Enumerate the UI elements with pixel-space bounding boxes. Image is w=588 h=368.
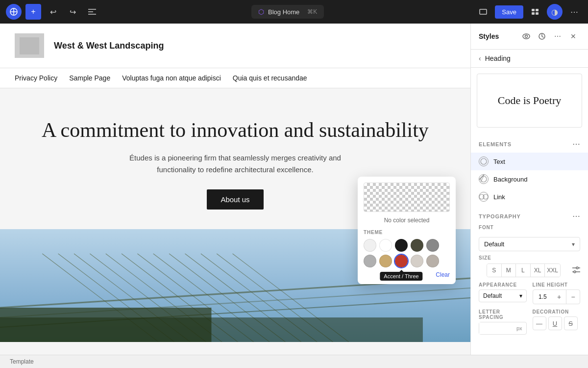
strikethrough-button[interactable]: — — [533, 316, 546, 330]
link-element[interactable]: Link — [471, 188, 588, 206]
swatch-dark-olive[interactable] — [411, 239, 423, 252]
view-button[interactable] — [475, 4, 491, 20]
size-xxl[interactable]: XXL — [545, 264, 560, 277]
nav-quia[interactable]: Quia quis et recusandae — [233, 74, 307, 82]
svg-point-41 — [574, 271, 576, 273]
panel-header-icons: ⋯ ✕ — [519, 29, 580, 43]
no-color-label: No color selected — [364, 217, 450, 224]
letter-spacing-input-wrap: px — [479, 322, 527, 335]
nav-privacy[interactable]: Privacy Policy — [15, 74, 57, 82]
appearance-group: APPEARANCE Default ▾ — [479, 282, 527, 304]
site-logo — [15, 33, 44, 58]
top-bar: + ↩ ↪ ⬡ Blog Home ⌘K Save — [0, 0, 588, 24]
svg-rect-29 — [0, 317, 423, 342]
styles-button[interactable]: ◑ — [547, 4, 563, 20]
size-m[interactable]: M — [502, 264, 516, 277]
appearance-value: Default — [483, 292, 502, 299]
svg-rect-9 — [532, 12, 535, 15]
color-preview — [364, 183, 450, 212]
line-height-control: 1.5 + − — [533, 289, 581, 304]
swatch-white[interactable] — [379, 239, 392, 252]
code-preview: Code is Poetry — [477, 74, 582, 128]
underline-button[interactable]: U — [548, 316, 562, 330]
more-icon[interactable]: ⋯ — [551, 29, 564, 43]
back-button[interactable]: ‹ — [479, 54, 481, 62]
letter-spacing-label: LETTER SPACING — [479, 309, 527, 320]
site-name: West & West Landscaping — [54, 41, 164, 51]
save-button[interactable]: Save — [495, 5, 523, 19]
typography-section: FONT Default ▾ SIZE S M L XL XXL — [471, 225, 588, 341]
size-s[interactable]: S — [487, 264, 502, 277]
add-button[interactable]: + — [25, 4, 41, 20]
close-icon[interactable]: ✕ — [566, 29, 580, 43]
hero-title: A commitment to innovation and sustainab… — [15, 118, 456, 142]
swatch-black[interactable] — [395, 239, 408, 252]
swatch-white-light[interactable] — [364, 239, 376, 252]
wp-logo[interactable] — [6, 4, 22, 20]
background-element[interactable]: Background — [471, 170, 588, 188]
svg-rect-8 — [536, 9, 539, 11]
redo-button[interactable]: ↪ — [65, 4, 80, 20]
top-bar-left: + ↩ ↪ — [6, 4, 100, 20]
link-element-icon — [479, 192, 489, 202]
swatch-tooltip: Accent / Three — [380, 272, 422, 281]
elements-section-title: ELEMENTS — [479, 141, 512, 147]
blog-home-indicator[interactable]: ⬡ Blog Home ⌘K — [251, 5, 324, 19]
theme-label: THEME — [364, 230, 450, 235]
swatch-accent-five[interactable] — [426, 255, 439, 267]
site-header: West & West Landscaping — [0, 24, 470, 68]
appearance-select[interactable]: Default ▾ — [479, 289, 527, 302]
swatch-light-grey[interactable] — [364, 255, 376, 267]
svg-rect-10 — [536, 12, 539, 15]
elements-section-header: ELEMENTS ⋯ — [471, 133, 588, 153]
history-icon[interactable] — [535, 29, 549, 43]
font-label: FONT — [471, 225, 588, 233]
elements-more-button[interactable]: ⋯ — [572, 139, 580, 149]
about-us-button[interactable]: About us — [207, 189, 263, 210]
blog-icon: ⬡ — [258, 8, 264, 16]
svg-point-30 — [523, 34, 530, 39]
letter-spacing-input[interactable] — [479, 322, 516, 334]
typography-section-header: Typography ⋯ — [471, 206, 588, 225]
code-preview-text: Code is Poetry — [498, 94, 562, 107]
appearance-line-height-row: APPEARANCE Default ▾ LINE HEIGHT 1.5 + − — [471, 282, 588, 304]
menu-button[interactable] — [84, 4, 100, 20]
size-l[interactable]: L — [516, 264, 531, 277]
decoration-label: DECORATION — [533, 309, 581, 315]
eye-icon[interactable] — [519, 29, 533, 43]
adjust-size-button[interactable] — [572, 266, 580, 275]
swatch-accent-four[interactable] — [411, 255, 423, 267]
nav-sample[interactable]: Sample Page — [69, 74, 110, 82]
heading-nav-title: Heading — [485, 54, 511, 62]
swatch-accent-three[interactable]: Accent / Three — [395, 255, 408, 267]
letter-spacing-row: LETTER SPACING px DECORATION — U S — [471, 309, 588, 335]
swatch-accent-one[interactable] — [379, 255, 392, 267]
font-select-value: Default — [484, 240, 504, 248]
line-height-value: 1.5 — [533, 291, 553, 303]
decoration-buttons: — U S — [533, 316, 581, 330]
letter-spacing-unit: px — [516, 325, 526, 331]
undo-button[interactable]: ↩ — [45, 4, 61, 20]
color-picker-popup: No color selected THEME Accent / Three C… — [358, 177, 456, 284]
heading-nav: ‹ Heading — [471, 50, 588, 68]
text-element[interactable]: Text — [471, 153, 588, 170]
site-nav: Privacy Policy Sample Page Voluptas fuga… — [0, 68, 470, 88]
font-select[interactable]: Default ▾ — [479, 237, 580, 251]
hero-description: Études is a pioneering firm that seamles… — [118, 152, 353, 176]
panel-header: Styles ⋯ ✕ — [471, 24, 588, 50]
svg-point-31 — [525, 35, 528, 38]
strikethrough-text-button[interactable]: S — [564, 316, 578, 330]
list-view-button[interactable] — [527, 4, 543, 20]
panel-title: Styles — [479, 32, 499, 40]
clear-button[interactable]: Clear — [436, 271, 450, 278]
styles-panel: Styles ⋯ ✕ ‹ — [470, 24, 588, 355]
line-height-increment[interactable]: + — [552, 290, 566, 304]
blog-home-label: Blog Home — [268, 8, 299, 16]
typography-section-title: Typography — [479, 213, 521, 219]
typography-more-button[interactable]: ⋯ — [572, 211, 580, 221]
nav-voluptas[interactable]: Voluptas fuga non atque adipisci — [122, 74, 221, 82]
swatch-grey[interactable] — [426, 239, 439, 252]
size-xl[interactable]: XL — [531, 264, 545, 277]
more-options-button[interactable]: ⋯ — [566, 4, 582, 20]
line-height-decrement[interactable]: − — [566, 290, 580, 304]
